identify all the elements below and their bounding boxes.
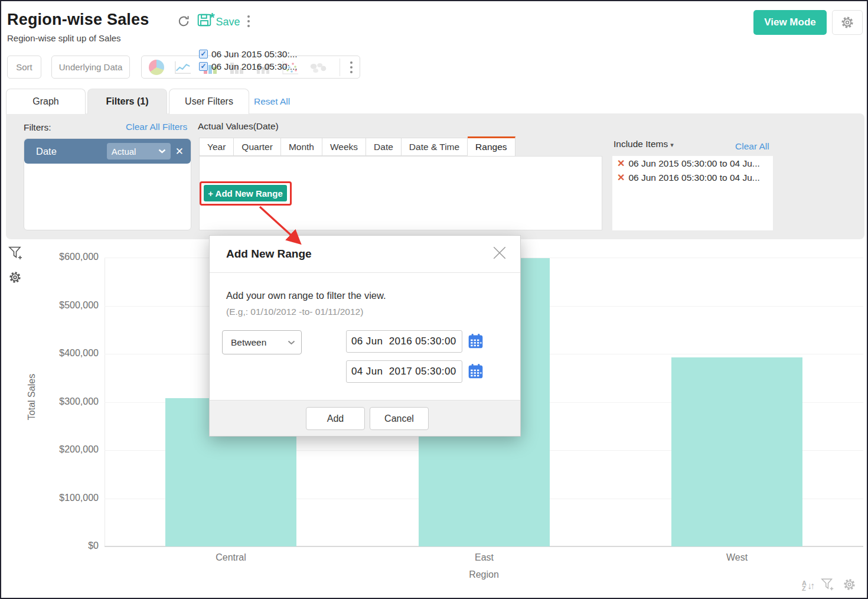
- y-tick-label: $400,000: [59, 348, 99, 359]
- filters-label: Filters:: [24, 122, 51, 133]
- more-options-icon[interactable]: [247, 15, 250, 27]
- add-new-range-button[interactable]: + Add New Range: [204, 185, 287, 201]
- y-axis-title: Total Sales: [27, 374, 37, 420]
- x-tick-label: Central: [187, 552, 275, 563]
- filters-panel: Filters: Clear All Filters Actual Values…: [6, 113, 864, 239]
- bar-west[interactable]: [671, 357, 802, 546]
- chevron-down-icon: [288, 340, 295, 345]
- x-axis-title: Region: [105, 569, 863, 580]
- x-axis-labels: CentralEastWest: [105, 552, 863, 565]
- chart-types-more-icon[interactable]: [350, 61, 353, 73]
- toolbar-divider: [340, 58, 340, 76]
- value-tab-month[interactable]: Month: [281, 138, 322, 156]
- chevron-down-icon: [158, 149, 166, 154]
- unsaved-asterisk: *: [210, 10, 215, 25]
- page-title: Region-wise Sales: [7, 11, 149, 29]
- y-tick-label: $100,000: [59, 493, 99, 503]
- clear-all-filters-link[interactable]: Clear All Filters: [126, 122, 187, 132]
- sort-button[interactable]: Sort: [7, 56, 41, 79]
- range-item-label: 06 Jun 2015 05:30:...: [211, 49, 298, 60]
- range-item-label: 06 Jun 2016 05:30:...: [211, 61, 298, 72]
- dialog-title: Add New Range: [226, 248, 312, 261]
- included-item: ✕06 Jun 2015 05:30:00 to 04 Ju...: [612, 156, 773, 170]
- filter-mode-dropdown[interactable]: Actual: [107, 143, 171, 159]
- chart-side-tools: [8, 246, 24, 287]
- value-tab-ranges[interactable]: Ranges: [468, 136, 515, 157]
- value-tab-year[interactable]: Year: [199, 138, 234, 156]
- y-tick-label: $600,000: [59, 252, 99, 262]
- date-granularity-tabs: YearQuarterMonthWeeksDateDate & TimeRang…: [199, 138, 515, 157]
- included-item-label: 06 Jun 2015 05:30:00 to 04 Ju...: [628, 158, 759, 169]
- gear-icon[interactable]: [8, 271, 24, 287]
- save-button[interactable]: *Save: [197, 12, 240, 28]
- range-end-input[interactable]: [346, 360, 462, 383]
- dialog-header: Add New Range: [210, 236, 520, 273]
- tab-filters[interactable]: Filters (1): [87, 89, 167, 114]
- range-checkbox-list: ✓06 Jun 2015 05:30:...✓06 Jun 2016 05:30…: [199, 48, 298, 73]
- close-icon[interactable]: [493, 246, 507, 261]
- map-chart-icon[interactable]: [309, 60, 327, 75]
- operator-select[interactable]: Between: [222, 330, 302, 354]
- included-items-list: ✕06 Jun 2015 05:30:00 to 04 Ju...✕06 Jun…: [612, 156, 773, 230]
- page-subtitle: Region-wise split up of Sales: [7, 33, 121, 43]
- add-filter-icon[interactable]: [8, 246, 24, 263]
- settings-button[interactable]: [832, 10, 863, 35]
- gear-icon: [840, 15, 854, 30]
- tab-graph[interactable]: Graph: [6, 89, 86, 114]
- value-tab-quarter[interactable]: Quarter: [234, 138, 281, 156]
- clear-all-link[interactable]: Clear All: [735, 141, 769, 152]
- remove-item-icon[interactable]: ✕: [617, 172, 625, 183]
- x-tick-label: East: [440, 552, 528, 563]
- remove-item-icon[interactable]: ✕: [617, 158, 625, 169]
- remove-filter-icon[interactable]: ✕: [175, 145, 184, 158]
- chevron-down-icon: ▾: [670, 141, 674, 148]
- line-chart-icon[interactable]: [174, 60, 192, 75]
- pie-chart-icon[interactable]: [149, 60, 164, 75]
- value-tab-date[interactable]: Date: [366, 138, 402, 156]
- reset-all-link[interactable]: Reset All: [254, 96, 290, 107]
- view-mode-button[interactable]: View Mode: [753, 10, 827, 35]
- tab-user-filters[interactable]: User Filters: [169, 89, 249, 114]
- date-filter-chip[interactable]: Date Actual ✕: [24, 139, 191, 164]
- range-start-input[interactable]: [346, 330, 462, 353]
- checkbox-checked-icon[interactable]: ✓: [199, 62, 208, 71]
- range-item[interactable]: ✓06 Jun 2015 05:30:...: [199, 48, 298, 60]
- include-items-dropdown[interactable]: Include Items▾: [614, 139, 674, 149]
- value-tab-date-time[interactable]: Date & Time: [402, 138, 468, 156]
- dialog-example: (E.g,: 01/10/2012 -to- 01/11/2012): [226, 307, 363, 317]
- calendar-icon[interactable]: [468, 333, 484, 349]
- y-tick-label: $500,000: [59, 300, 99, 311]
- y-tick-label: $200,000: [59, 444, 99, 455]
- underlying-data-button[interactable]: Underlying Data: [51, 56, 130, 79]
- y-tick-label: $0: [88, 541, 99, 551]
- checkbox-checked-icon[interactable]: ✓: [199, 50, 208, 58]
- dialog-instruction: Add your own range to filter the view.: [226, 290, 386, 301]
- included-item: ✕06 Jun 2016 05:30:00 to 04 Ju...: [612, 170, 773, 184]
- cancel-button[interactable]: Cancel: [370, 407, 429, 430]
- refresh-icon[interactable]: [177, 14, 191, 28]
- filter-field-name: Date: [36, 146, 57, 157]
- included-item-label: 06 Jun 2016 05:30:00 to 04 Ju...: [628, 172, 759, 183]
- chart-corner-tools: AZ↓↑: [802, 578, 856, 594]
- add-filter-icon[interactable]: [821, 578, 835, 594]
- gear-icon[interactable]: [843, 578, 856, 594]
- add-button[interactable]: Add: [306, 407, 365, 430]
- date-filter-card: Date Actual ✕: [24, 138, 191, 230]
- dialog-footer: Add Cancel: [210, 400, 520, 436]
- range-item[interactable]: ✓06 Jun 2016 05:30:...: [199, 60, 298, 73]
- value-tab-weeks[interactable]: Weeks: [322, 138, 366, 156]
- y-axis-labels: $0$100,000$200,000$300,000$400,000$500,0…: [37, 258, 99, 546]
- add-new-range-dialog: Add New Range Add your own range to filt…: [209, 235, 521, 437]
- x-tick-label: West: [693, 552, 781, 563]
- sort-az-icon[interactable]: AZ↓↑: [802, 581, 813, 591]
- y-tick-label: $300,000: [59, 396, 99, 407]
- calendar-icon[interactable]: [468, 363, 484, 379]
- actual-values-label: Actual Values(Date): [198, 121, 279, 132]
- analytics-window: Region-wise Sales Region-wise split up o…: [0, 0, 868, 599]
